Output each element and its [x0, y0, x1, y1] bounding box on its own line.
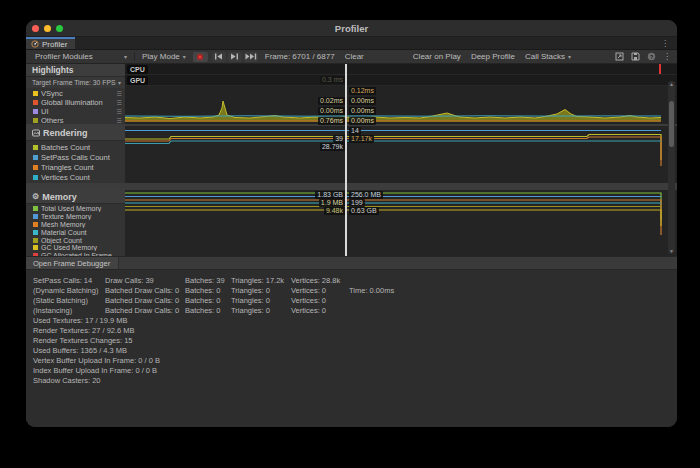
- stat-line: Render Textures: 27 / 92.6 MB: [33, 326, 677, 335]
- load-profile-icon[interactable]: [615, 52, 624, 61]
- legend-label: Material Count: [41, 229, 122, 236]
- legend-item[interactable]: Others☰: [26, 116, 125, 124]
- legend-color-swatch: [33, 145, 38, 150]
- frame-value-label: 39: [333, 135, 345, 143]
- save-profile-icon[interactable]: [631, 52, 640, 61]
- legend-item[interactable]: Triangles Count: [26, 162, 125, 172]
- legend-item[interactable]: Batches Count: [26, 142, 125, 152]
- memory-series: [125, 190, 676, 256]
- clear-button[interactable]: Clear: [340, 50, 369, 63]
- tab-profiler[interactable]: Profiler: [26, 37, 75, 49]
- stat-line: Used Buffers: 1365 / 4.3 MB: [33, 346, 677, 355]
- legend-color-swatch: [33, 214, 38, 219]
- legend-item[interactable]: Mesh Memory: [26, 221, 125, 229]
- profiler-window: Profiler Profiler ⋮ Profiler Modules ▾: [26, 20, 677, 427]
- frame-value-label: 28.79k: [320, 143, 345, 151]
- legend-label: VSync: [41, 89, 114, 98]
- frame-value-label: 17.17k: [349, 135, 374, 143]
- module-rendering: Rendering Batches CountSetPass Calls Cou…: [26, 126, 125, 183]
- frame-value-label: 0.76ms: [318, 117, 345, 125]
- current-frame-button[interactable]: [244, 52, 258, 62]
- module-header-highlights[interactable]: Highlights: [26, 64, 125, 77]
- details-toolbar: Open Frame Debugger: [26, 256, 677, 270]
- scroll-up-icon[interactable]: ▲: [669, 81, 674, 87]
- toolbar-right-icons: ? ⋮: [615, 52, 671, 61]
- record-button[interactable]: [193, 52, 208, 62]
- legend-label: Triangles Count: [41, 163, 122, 172]
- legend-item[interactable]: VSync☰: [26, 89, 125, 98]
- chart-plots[interactable]: CPU GPU: [125, 64, 677, 256]
- stat-cell: Vertices: 28.8k: [291, 276, 349, 285]
- rendering-chart[interactable]: [125, 126, 677, 183]
- batching-stats-table: SetPass Calls: 14Draw Calls: 39Batches: …: [33, 276, 677, 315]
- call-stacks-dropdown[interactable]: Call Stacks ▾: [520, 50, 576, 63]
- stat-line: Index Buffer Upload In Frame: 0 / 0 B: [33, 366, 677, 375]
- stat-cell: Batched Draw Calls: 0: [105, 296, 185, 305]
- module-header-rendering[interactable]: Rendering: [26, 126, 125, 141]
- module-title: Memory: [42, 192, 77, 202]
- drag-handle-icon[interactable]: ☰: [117, 118, 122, 124]
- play-mode-dropdown[interactable]: Play Mode ▾: [137, 50, 191, 63]
- drag-handle-icon[interactable]: ☰: [117, 100, 122, 106]
- stat-cell: Batches: 0: [185, 286, 231, 295]
- legend-item[interactable]: SetPass Calls Count: [26, 152, 125, 162]
- legend-item[interactable]: Total Used Memory: [26, 205, 125, 213]
- selected-frame-line[interactable]: [345, 64, 347, 256]
- memory-chart[interactable]: [125, 190, 677, 256]
- tab-bar-menu-icon[interactable]: ⋮: [661, 37, 669, 49]
- legend-label: Object Count: [41, 237, 122, 244]
- module-gap: [26, 183, 125, 190]
- drag-handle-icon[interactable]: ☰: [117, 91, 122, 97]
- legend-color-swatch: [33, 175, 38, 180]
- frame-value-label: 0.00ms: [349, 97, 376, 105]
- stat-cell: Vertices: 0: [291, 286, 349, 295]
- frame-value-label: 0.00ms: [349, 107, 376, 115]
- profiler-toolbar: Profiler Modules ▾ Play Mode ▾: [26, 50, 677, 64]
- legend-item[interactable]: Global Illumination☰: [26, 98, 125, 107]
- stat-cell: Batches: 39: [185, 276, 231, 285]
- frame-value-label: 0.3 ms: [320, 76, 345, 84]
- toolbar-separator: [134, 52, 135, 61]
- chevron-down-icon: ▾: [118, 80, 121, 86]
- legend-item[interactable]: GC Used Memory: [26, 244, 125, 252]
- chevron-down-icon: ▾: [568, 54, 571, 60]
- stat-cell: Vertices: 0: [291, 296, 349, 305]
- scrollbar-thumb[interactable]: [669, 101, 674, 147]
- stat-cell: [349, 276, 677, 285]
- module-title: Highlights: [32, 65, 74, 75]
- open-frame-debugger-button[interactable]: Open Frame Debugger: [26, 257, 119, 269]
- legend-item[interactable]: UI☰: [26, 107, 125, 116]
- deep-profile-toggle[interactable]: Deep Profile: [466, 50, 520, 63]
- legend-item[interactable]: Material Count: [26, 228, 125, 236]
- next-frame-button[interactable]: [228, 52, 242, 62]
- scroll-down-icon[interactable]: ▼: [669, 248, 674, 254]
- target-frame-time-dropdown[interactable]: Target Frame Time: 30 FPS ▾: [26, 77, 125, 88]
- drag-handle-icon[interactable]: ☰: [117, 109, 122, 115]
- title-bar[interactable]: Profiler: [26, 20, 677, 37]
- stat-cell: (Instancing): [33, 306, 105, 315]
- stat-cell: Triangles: 0: [231, 296, 291, 305]
- clear-on-play-toggle[interactable]: Clear on Play: [408, 50, 466, 63]
- frame-value-label: 256.0 MB: [349, 191, 383, 199]
- legend-label: SetPass Calls Count: [41, 153, 122, 162]
- help-icon[interactable]: ?: [647, 52, 656, 61]
- highlights-area-series: [125, 64, 676, 124]
- stat-cell: Triangles: 0: [231, 286, 291, 295]
- frame-value-label: 199: [349, 199, 365, 207]
- legend-color-swatch: [33, 109, 38, 114]
- legend-item[interactable]: Object Count: [26, 236, 125, 244]
- legend-item[interactable]: Vertices Count: [26, 172, 125, 182]
- stat-line: Shadow Casters: 20: [33, 376, 677, 385]
- profiler-modules-dropdown[interactable]: Profiler Modules ▾: [30, 50, 132, 63]
- highlights-chart[interactable]: CPU GPU: [125, 64, 677, 124]
- legend-item[interactable]: Texture Memory: [26, 213, 125, 221]
- frame-value-label: 1.83 GB: [315, 191, 345, 199]
- charts-scrollbar[interactable]: ▲ ▼: [668, 81, 675, 254]
- modules-sidebar: Highlights Target Frame Time: 30 FPS ▾ V…: [26, 64, 125, 256]
- chevron-down-icon: ▾: [124, 54, 127, 60]
- stats-lines: Used Textures: 17 / 19.9 MBRender Textur…: [33, 316, 677, 385]
- chevron-down-icon: ▾: [183, 54, 186, 60]
- charts-area: Highlights Target Frame Time: 30 FPS ▾ V…: [26, 64, 677, 256]
- previous-frame-button[interactable]: [212, 52, 226, 62]
- module-header-memory[interactable]: ⚙ Memory: [26, 190, 125, 204]
